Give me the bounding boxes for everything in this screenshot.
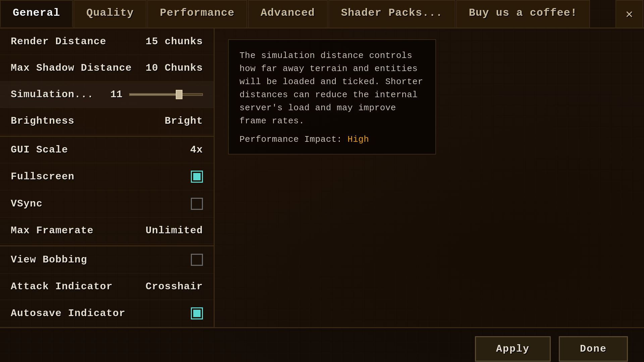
simulation-slider-value: 11	[110, 89, 124, 100]
done-button[interactable]: Done	[559, 336, 628, 362]
max-shadow-distance-label: Max Shadow Distance	[11, 62, 132, 74]
simulation-slider-fill	[130, 94, 179, 95]
main-container: General Quality Performance Advanced Sha…	[0, 0, 644, 362]
simulation-slider-track[interactable]	[129, 93, 203, 96]
max-shadow-distance-row[interactable]: Max Shadow Distance 10 Chunks	[0, 55, 214, 81]
fullscreen-checkbox[interactable]	[191, 171, 203, 183]
tab-general[interactable]: General	[0, 0, 73, 27]
max-shadow-distance-value: 10 Chunks	[146, 62, 203, 74]
vsync-checkbox[interactable]	[191, 198, 203, 210]
vsync-row[interactable]: VSync	[0, 190, 214, 218]
max-framerate-value: Unlimited	[146, 225, 203, 236]
gui-scale-row[interactable]: GUI Scale 4x	[0, 136, 214, 163]
render-distance-label: Render Distance	[11, 36, 106, 47]
performance-impact-label: Performance Impact:	[239, 134, 342, 144]
attack-indicator-value: Crosshair	[146, 281, 203, 292]
info-box: The simulation distance controls how far…	[228, 39, 436, 155]
view-bobbing-checkbox[interactable]	[191, 254, 203, 266]
tab-close[interactable]: ✕	[615, 0, 643, 27]
button-bar: Apply Done	[0, 327, 644, 362]
simulation-slider-thumb[interactable]	[176, 90, 182, 99]
brightness-row[interactable]: Brightness Bright	[0, 108, 214, 134]
brightness-value: Bright	[165, 115, 203, 127]
gui-scale-value: 4x	[190, 144, 203, 156]
render-distance-value: 15 chunks	[146, 36, 203, 47]
autosave-indicator-label: Autosave Indicator	[11, 308, 125, 319]
tab-performance[interactable]: Performance	[147, 0, 247, 27]
max-framerate-label: Max Framerate	[11, 225, 94, 236]
info-panel: The simulation distance controls how far…	[215, 28, 644, 327]
tab-quality[interactable]: Quality	[73, 0, 146, 27]
info-impact: Performance Impact: High	[239, 134, 425, 144]
autosave-indicator-checkbox[interactable]	[191, 307, 203, 319]
performance-impact-value: High	[347, 134, 369, 144]
fullscreen-label: Fullscreen	[11, 171, 74, 182]
tab-shader-packs[interactable]: Shader Packs...	[328, 0, 455, 27]
attack-indicator-label: Attack Indicator	[11, 281, 113, 292]
autosave-indicator-row[interactable]: Autosave Indicator	[0, 300, 214, 327]
tab-bar: General Quality Performance Advanced Sha…	[0, 0, 644, 28]
brightness-label: Brightness	[11, 115, 74, 127]
tab-coffee[interactable]: Buy us a coffee!	[456, 0, 590, 27]
simulation-row[interactable]: Simulation... 11	[0, 81, 214, 108]
attack-indicator-row[interactable]: Attack Indicator Crosshair	[0, 274, 214, 300]
apply-button[interactable]: Apply	[475, 336, 551, 362]
content-area: Render Distance 15 chunks Max Shadow Dis…	[0, 28, 644, 327]
tab-advanced[interactable]: Advanced	[248, 0, 328, 27]
gui-scale-label: GUI Scale	[11, 144, 68, 156]
simulation-label: Simulation...	[11, 89, 94, 100]
max-framerate-row[interactable]: Max Framerate Unlimited	[0, 218, 214, 244]
vsync-label: VSync	[11, 198, 43, 209]
render-distance-row[interactable]: Render Distance 15 chunks	[0, 28, 214, 55]
view-bobbing-label: View Bobbing	[11, 254, 87, 265]
info-description: The simulation distance controls how far…	[239, 49, 425, 128]
settings-panel: Render Distance 15 chunks Max Shadow Dis…	[0, 28, 215, 327]
fullscreen-row[interactable]: Fullscreen	[0, 163, 214, 190]
simulation-slider-container: 11	[110, 89, 203, 100]
view-bobbing-row[interactable]: View Bobbing	[0, 245, 214, 274]
